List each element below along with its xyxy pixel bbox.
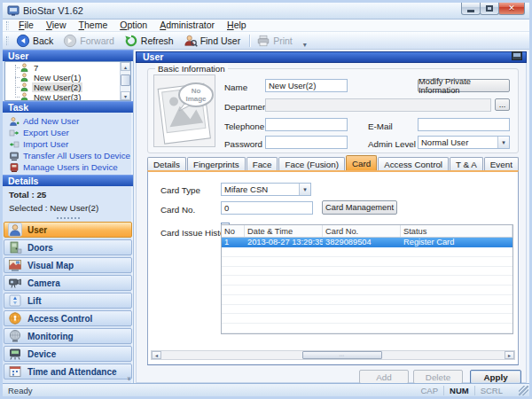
card-management-button[interactable]: Card Management — [322, 200, 397, 215]
menu-view[interactable]: View — [40, 20, 73, 31]
column-header-status[interactable]: Status — [401, 225, 512, 237]
column-header-date-time[interactable]: Date & Time — [245, 225, 323, 237]
user-tree-items: 7 New User(1) New User(2) New User(3) — [5, 62, 120, 100]
sidebar-item-doors[interactable]: Doors — [4, 239, 132, 255]
main-panel-header: User — [136, 51, 527, 63]
tree-item-user[interactable]: New User(3) — [5, 92, 120, 101]
app-icon — [7, 4, 20, 17]
sidebar-item-device[interactable]: Device — [4, 346, 132, 362]
sidebar-item-lift[interactable]: Lift — [4, 293, 132, 309]
sidebar-item-camera[interactable]: Camera — [4, 275, 132, 291]
table-row-selected[interactable]: 1 2013-08-27 13:29:35 3829089504 Registe… — [222, 238, 512, 247]
apply-button[interactable]: Apply — [470, 370, 521, 384]
panel-header-icon[interactable] — [512, 51, 522, 63]
telephone-field[interactable] — [265, 118, 348, 131]
tab-fingerprints[interactable]: Fingerprints — [187, 157, 246, 170]
tab-t-and-a[interactable]: T & A — [450, 157, 483, 170]
tab-face-fusion[interactable]: Face (Fusion) — [278, 157, 344, 170]
name-label: Name — [224, 82, 247, 92]
menu-help[interactable]: Help — [221, 20, 253, 31]
horizontal-scrollbar[interactable]: ◂ ⋯ ▸ — [151, 350, 515, 360]
add-user-icon — [9, 116, 20, 127]
nav-expander-icon[interactable]: » — [125, 377, 132, 380]
resize-grip[interactable] — [519, 386, 528, 395]
menu-file[interactable]: File — [12, 20, 40, 31]
sidebar-splitter[interactable] — [3, 215, 133, 221]
scroll-left-icon[interactable]: ◂ — [152, 351, 161, 359]
details-block: Total : 25 Selected : New User(2) — [3, 186, 133, 215]
card-type-select[interactable]: Mifare CSN ▾ — [221, 183, 311, 196]
close-button[interactable]: ✕ — [498, 2, 525, 15]
tree-item-user[interactable]: 7 — [5, 63, 120, 73]
department-label: Department — [224, 102, 270, 112]
chevron-down-icon: ▾ — [497, 137, 509, 148]
tree-item-user[interactable]: New User(1) — [5, 73, 120, 82]
menu-theme[interactable]: Theme — [73, 20, 114, 31]
tree-scrollbar[interactable]: ▴ ▾ — [120, 62, 130, 100]
sidebar-item-time-and-attendance[interactable]: Time and Attendance — [4, 364, 132, 379]
scroll-right-icon[interactable]: ▸ — [505, 351, 514, 359]
access-control-icon — [8, 311, 22, 325]
tree-item-user-selected[interactable]: New User(2) — [5, 82, 120, 92]
card-no-label: Card No. — [160, 205, 195, 215]
hscroll-thumb[interactable]: ⋯ — [302, 351, 382, 359]
status-text: Ready — [8, 386, 32, 395]
svg-text:Image: Image — [185, 95, 207, 103]
refresh-button[interactable]: Refresh — [121, 33, 180, 49]
tab-event[interactable]: Event — [484, 157, 519, 170]
task-import-user[interactable]: Import User — [3, 138, 133, 150]
user-photo[interactable]: No Image — [153, 74, 215, 147]
back-button[interactable]: Back — [12, 33, 59, 49]
tab-face[interactable]: Face — [246, 157, 278, 170]
menu-administrator[interactable]: Administrator — [153, 20, 221, 31]
toolbar-separator — [249, 35, 250, 47]
tab-card[interactable]: Card — [346, 155, 377, 170]
sidebar-item-monitoring[interactable]: Monitoring — [4, 328, 132, 344]
caps-lock-indicator: CAP — [415, 386, 443, 395]
column-header-card-no[interactable]: Card No. — [323, 225, 401, 237]
sidebar-item-access-control[interactable]: Access Control — [4, 310, 132, 326]
forward-button[interactable]: Forward — [59, 33, 121, 49]
sidebar-item-user[interactable]: User — [4, 222, 132, 238]
column-header-no[interactable]: No — [222, 225, 245, 237]
user-person-icon — [20, 92, 29, 101]
task-export-user[interactable]: Export User — [3, 127, 133, 138]
card-type-label: Card Type — [160, 185, 200, 195]
department-field[interactable] — [265, 98, 491, 112]
transfer-users-icon — [9, 151, 20, 161]
task-manage-users-in-device[interactable]: Manage Users in Device — [3, 161, 133, 173]
sidebar-task-header: Task — [3, 101, 133, 113]
toolbar: Back Forward Refresh Find User Print — [3, 32, 529, 50]
minimize-button[interactable] — [461, 2, 481, 15]
toolbar-overflow[interactable]: ▾ — [301, 41, 309, 49]
splitter-dots-icon — [57, 217, 80, 219]
sidebar-user-header: User — [3, 50, 133, 61]
scroll-down-icon[interactable]: ▾ — [121, 91, 130, 100]
scroll-up-icon[interactable]: ▴ — [121, 62, 130, 71]
find-user-button[interactable]: Find User — [180, 33, 247, 49]
delete-button[interactable]: Delete — [413, 370, 463, 384]
lift-icon — [8, 293, 22, 308]
admin-level-select[interactable]: Normal User ▾ — [418, 136, 510, 149]
name-field[interactable] — [265, 79, 348, 92]
department-browse-button[interactable]: ... — [495, 98, 510, 111]
statusbar: Ready CAP NUM SCRL — [3, 383, 529, 396]
maximize-button[interactable] — [480, 2, 499, 15]
tab-access-control[interactable]: Access Control — [378, 157, 449, 170]
password-field[interactable] — [265, 136, 348, 149]
group-title: Basic Information — [155, 64, 228, 74]
close-icon: ✕ — [508, 4, 515, 12]
print-button[interactable]: Print — [253, 33, 299, 49]
tab-details[interactable]: Details — [147, 157, 186, 170]
task-add-new-user[interactable]: Add New User — [3, 115, 133, 127]
add-button[interactable]: Add — [359, 370, 409, 384]
titlebar[interactable]: BioStar V1.62 ✕ — [3, 3, 529, 20]
window-controls: ✕ — [462, 2, 525, 15]
sidebar-item-visual-map[interactable]: Visual Map — [4, 257, 132, 273]
card-no-field[interactable] — [221, 201, 313, 215]
tree-scroll-thumb[interactable] — [121, 74, 130, 86]
task-transfer-all-users[interactable]: Transfer All Users to Device — [3, 150, 133, 161]
modify-private-information-button[interactable]: Modify Private Information — [418, 79, 510, 92]
menu-option[interactable]: Option — [113, 20, 153, 31]
email-field[interactable] — [418, 118, 510, 131]
